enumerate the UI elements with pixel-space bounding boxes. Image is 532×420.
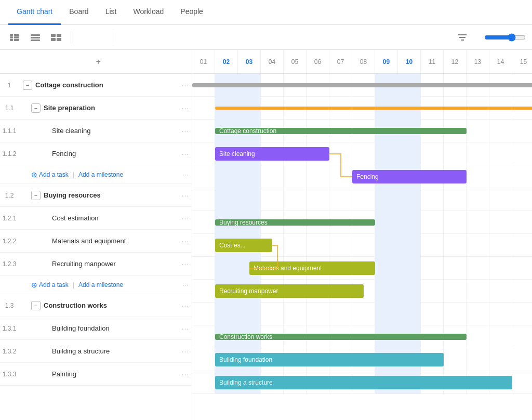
nav-tab-workload[interactable]: Workload	[125, 0, 172, 25]
gantt-bar-foundation-teal[interactable]: Building foundation	[215, 353, 444, 366]
gantt-cell-5-7	[352, 188, 375, 211]
task-row-1-1: 1.1 − Site preparation ···	[0, 97, 192, 120]
collapse-button[interactable]: −	[23, 81, 32, 90]
gantt-cell-5-13	[489, 188, 512, 211]
row-dots-add[interactable]: ···	[179, 170, 192, 178]
gantt-bar-cottage-yellow[interactable]: Cottage construction	[215, 107, 532, 110]
gantt-bar-recruiting-olive[interactable]: Recruiting manpower	[215, 284, 364, 298]
row-content: Building a structure	[19, 347, 179, 355]
gantt-cell-10-5	[307, 303, 329, 325]
add-milestone-label[interactable]: Add a milestone	[78, 171, 123, 178]
row-number: 1.1.2	[0, 150, 19, 158]
add-task-label[interactable]: Add a task	[39, 281, 69, 288]
add-task-link[interactable]: ⊕ Add a task	[31, 170, 69, 179]
gantt-bar-fencing-purple[interactable]: Fencing	[352, 170, 467, 183]
gantt-cell-10-4	[284, 303, 307, 325]
row-menu-dots[interactable]: ···	[179, 347, 192, 356]
row-content: Cost estimation	[19, 214, 179, 222]
collapse-button[interactable]: −	[31, 191, 41, 200]
gantt-col-01: 01	[192, 50, 215, 73]
row-menu-dots[interactable]: ···	[179, 260, 192, 268]
view-icon-3[interactable]	[48, 29, 64, 46]
gantt-panel[interactable]: 010203040506070809101112131415 Cottage c…	[192, 50, 532, 420]
task-row-1-1.1: 1.1.1 Site cleaning ···	[0, 120, 192, 142]
row-menu-dots[interactable]: ···	[179, 301, 192, 310]
row-content: Building foundation	[19, 324, 179, 332]
add-milestone-label[interactable]: Add a milestone	[78, 281, 123, 288]
gantt-row-12: Building foundation	[192, 348, 532, 371]
add-milestone-link[interactable]: Add a milestone	[78, 281, 123, 288]
gantt-cell-3-14	[512, 142, 532, 165]
gantt-bar-buying-green[interactable]: Buying resources	[215, 219, 375, 226]
gantt-cell-5-8	[375, 188, 398, 211]
collapse-all-button[interactable]	[94, 35, 107, 40]
gantt-cell-6-14	[512, 211, 532, 233]
gantt-cell-10-14	[512, 303, 532, 325]
plus-icon: ⊕	[31, 281, 37, 289]
gantt-cell-9-0	[192, 280, 215, 302]
gantt-cell-5-10	[421, 188, 444, 211]
gantt-bar-structure-teal[interactable]: Building a structure	[215, 376, 512, 389]
gantt-bar-cost-est-olive[interactable]: Cost es...	[215, 239, 272, 252]
gantt-cell-3-9	[398, 142, 421, 165]
gantt-cell-12-11	[444, 348, 467, 371]
row-menu-dots[interactable]: ···	[179, 237, 192, 245]
nav-tab-gantt[interactable]: Gantt chart	[8, 0, 61, 25]
gantt-cell-9-11	[444, 280, 467, 302]
add-milestone-link[interactable]: Add a milestone	[78, 171, 123, 178]
cascade-sorting-button[interactable]	[119, 35, 132, 40]
gantt-bar-site-prep-green[interactable]: Cottage construction	[215, 128, 467, 134]
row-dots-add[interactable]: ···	[179, 281, 192, 288]
add-column-button[interactable]: +	[96, 57, 186, 67]
gantt-cell-6-8	[375, 211, 398, 233]
gantt-bar-site-cleaning-purple[interactable]: Site cleaning	[215, 147, 329, 161]
task-row-1-3.1: 1.3.1 Building foundation ···	[0, 317, 192, 340]
toolbar	[0, 25, 532, 50]
gantt-cell-5-2	[238, 188, 261, 211]
nav-tab-people[interactable]: People	[172, 0, 211, 25]
gantt-cell-4-0	[192, 165, 215, 188]
gantt-col-13: 13	[467, 50, 489, 73]
collapse-button[interactable]: −	[31, 301, 41, 310]
gantt-cell-9-14	[512, 280, 532, 302]
row-menu-dots[interactable]: ···	[179, 81, 192, 89]
gantt-cell-2-0	[192, 120, 215, 142]
row-menu-dots[interactable]: ···	[179, 104, 192, 112]
gantt-bar-header-gray[interactable]	[192, 83, 532, 87]
gantt-bar-materials-olive[interactable]: Materials and equipment	[249, 261, 375, 275]
row-menu-dots[interactable]: ···	[179, 127, 192, 135]
toolbar-divider-1	[71, 31, 71, 44]
task-rows: 1 − Cottage construction ··· 1.1 − Site …	[0, 74, 192, 386]
add-task-link[interactable]: ⊕ Add a task	[31, 281, 69, 289]
gantt-cell-3-11	[444, 142, 467, 165]
gantt-cell-4-13	[489, 165, 512, 188]
row-menu-dots[interactable]: ···	[179, 214, 192, 222]
gantt-cell-6-9	[398, 211, 421, 233]
nav-tab-list[interactable]: List	[97, 0, 125, 25]
collapse-button[interactable]: −	[31, 103, 41, 113]
row-menu-dots[interactable]: ···	[179, 191, 192, 200]
row-content: − Buying resources	[19, 191, 179, 200]
gantt-cell-4-6	[329, 165, 352, 188]
gantt-cell-6-0	[192, 211, 215, 233]
gantt-bar-construction-green[interactable]: Construction works	[215, 334, 467, 340]
row-menu-dots[interactable]: ···	[179, 370, 192, 378]
svg-rect-8	[31, 40, 40, 41]
gantt-col-15: 15	[512, 50, 532, 73]
svg-rect-3	[14, 36, 19, 38]
add-separator: |	[73, 281, 74, 288]
view-icon-2[interactable]	[27, 29, 44, 46]
gantt-cell-8-10	[421, 257, 444, 279]
add-task-label[interactable]: Add a task	[39, 171, 69, 178]
gantt-row-6: Buying resources	[192, 211, 532, 234]
expand-all-button[interactable]	[77, 35, 90, 40]
row-menu-dots[interactable]: ···	[179, 150, 192, 158]
nav-tab-board[interactable]: Board	[61, 0, 97, 25]
filter-button[interactable]	[452, 32, 476, 43]
view-icon-1[interactable]	[6, 29, 23, 46]
add-row-add1: ⊕ Add a task | Add a milestone ···	[0, 165, 192, 184]
add-separator: |	[73, 170, 74, 178]
row-menu-dots[interactable]: ···	[179, 324, 192, 333]
zoom-slider[interactable]	[484, 33, 526, 42]
task-label: Materials and equipment	[52, 237, 175, 245]
